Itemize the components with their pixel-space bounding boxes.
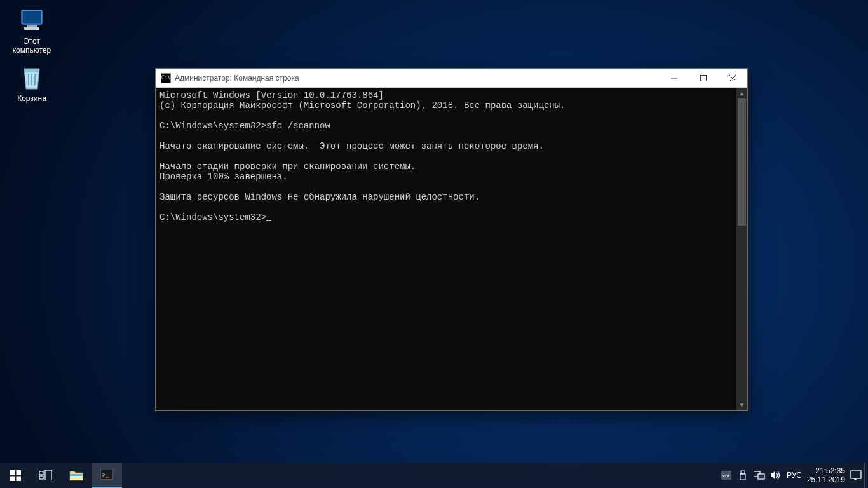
- desktop-icon-this-pc[interactable]: Этот компьютер: [8, 6, 56, 55]
- cmd-window: C:\ Администратор: Командная строка Micr…: [155, 68, 748, 411]
- minimize-button[interactable]: [660, 69, 689, 88]
- taskbar-cmd[interactable]: >_: [92, 463, 122, 488]
- desktop-icon-label: Корзина: [8, 94, 56, 103]
- show-desktop-button[interactable]: [864, 463, 868, 488]
- svg-rect-24: [741, 471, 745, 474]
- tray-usb-icon[interactable]: [735, 463, 751, 488]
- scroll-thumb[interactable]: [738, 98, 746, 226]
- svg-rect-15: [39, 471, 43, 475]
- window-title: Администратор: Командная строка: [175, 74, 660, 83]
- scroll-up-icon[interactable]: ▲: [736, 88, 747, 98]
- desktop-icon-recycle-bin[interactable]: Корзина: [8, 64, 56, 103]
- scroll-down-icon[interactable]: ▼: [736, 400, 747, 410]
- svg-rect-11: [10, 470, 15, 475]
- svg-rect-19: [70, 474, 83, 476]
- svg-rect-13: [10, 476, 15, 481]
- svg-rect-1: [23, 11, 41, 23]
- svg-rect-25: [740, 474, 745, 480]
- svg-text:vm: vm: [722, 473, 729, 478]
- scrollbar[interactable]: ▲ ▼: [736, 88, 747, 410]
- svg-rect-5: [31, 74, 32, 85]
- cmd-icon: C:\: [161, 73, 171, 83]
- tray-clock[interactable]: 21:52:35 25.11.2019: [804, 463, 848, 488]
- tray-notifications-icon[interactable]: [848, 463, 864, 488]
- tray-network-icon[interactable]: [751, 463, 768, 488]
- svg-rect-27: [758, 474, 764, 479]
- recycle-bin-icon: [18, 64, 46, 92]
- tray-language[interactable]: РУС: [784, 463, 804, 488]
- this-pc-icon: [18, 6, 46, 34]
- system-tray: vm РУС 21:52:35 25.11.2019: [718, 463, 868, 488]
- desktop-icon-label: Этот компьютер: [8, 37, 56, 55]
- svg-rect-6: [34, 74, 36, 85]
- maximize-button[interactable]: [689, 69, 718, 88]
- svg-rect-14: [16, 476, 21, 481]
- svg-text:>_: >_: [102, 471, 109, 478]
- tray-vm-icon[interactable]: vm: [718, 463, 735, 488]
- taskbar-file-explorer[interactable]: [61, 463, 92, 488]
- svg-rect-28: [851, 471, 861, 478]
- svg-rect-3: [24, 27, 39, 30]
- language-label: РУС: [787, 471, 802, 480]
- svg-rect-2: [27, 25, 37, 27]
- svg-rect-12: [16, 470, 21, 475]
- svg-rect-8: [701, 75, 707, 81]
- clock-date: 25.11.2019: [807, 475, 845, 484]
- task-view-button[interactable]: [31, 463, 61, 488]
- clock-time: 21:52:35: [807, 466, 845, 475]
- svg-rect-4: [28, 74, 29, 85]
- console-output[interactable]: Microsoft Windows [Version 10.0.17763.86…: [156, 88, 736, 410]
- svg-rect-17: [45, 470, 52, 480]
- start-button[interactable]: [0, 463, 31, 488]
- close-button[interactable]: [718, 69, 747, 88]
- titlebar[interactable]: C:\ Администратор: Командная строка: [156, 69, 747, 88]
- tray-volume-icon[interactable]: [768, 463, 784, 488]
- taskbar: >_ vm РУС 21:52:35 25.11.2019: [0, 463, 868, 488]
- svg-rect-16: [39, 476, 43, 479]
